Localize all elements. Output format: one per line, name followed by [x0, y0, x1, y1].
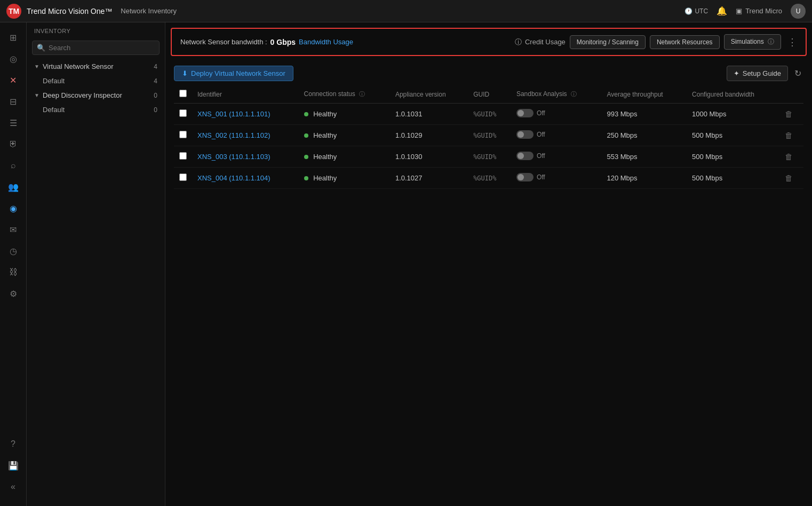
search-box[interactable]: 🔍 — [32, 41, 160, 55]
icon-sidebar: ⊞ ◎ ✕ ⊟ ☰ ⛨ ⌕ 👥 ◉ ✉ ◷ ⛓ ⚙ ? 💾 « — [0, 22, 27, 506]
toggle-label-0: Off — [537, 109, 545, 117]
network-resources-btn[interactable]: Network Resources — [650, 35, 720, 49]
sidebar-item-grid[interactable]: ⊟ — [4, 92, 23, 111]
sidebar-item-people[interactable]: 👥 — [4, 177, 23, 196]
toggle-track-3[interactable] — [516, 173, 534, 181]
table-row: XNS_004 (110.1.1.104) Healthy 1.0.1027 %… — [174, 168, 803, 189]
banner-right: ⓘ Credit Usage Monitoring / Scanning Net… — [515, 34, 797, 50]
sidebar-item-list[interactable]: ☰ — [4, 113, 23, 132]
tree-item-ddi[interactable]: ▼ Deep Discovery Inspector 0 — [27, 88, 165, 102]
row-sandbox-1[interactable]: Off — [511, 125, 602, 146]
toolbar: ⬇ Deploy Virtual Network Sensor ✦ Setup … — [165, 61, 812, 85]
sidebar-item-shield[interactable]: ⛨ — [4, 135, 23, 154]
setup-guide-button[interactable]: ✦ Setup Guide — [727, 66, 788, 81]
sidebar-item-history[interactable]: ◷ — [4, 241, 23, 260]
more-icon[interactable]: ⋮ — [787, 36, 797, 48]
row-identifier-3[interactable]: XNS_004 (110.1.1.104) — [192, 168, 299, 189]
toggle-track-2[interactable] — [516, 152, 534, 160]
sandbox-toggle-1[interactable]: Off — [516, 130, 545, 139]
download-icon: ⬇ — [182, 69, 188, 77]
deploy-vns-button[interactable]: ⬇ Deploy Virtual Network Sensor — [174, 66, 293, 81]
row-checkbox-cell-1[interactable] — [174, 125, 192, 146]
row-delete-1[interactable]: 🗑 — [779, 125, 803, 146]
sidebar-item-link[interactable]: ⛓ — [4, 263, 23, 282]
setup-guide-label: Setup Guide — [743, 69, 781, 77]
sidebar-item-target[interactable]: ◉ — [4, 199, 23, 218]
search-input[interactable] — [49, 44, 155, 52]
row-avg-throughput-2: 553 Mbps — [601, 146, 687, 168]
refresh-button[interactable]: ↻ — [792, 66, 803, 81]
row-checkbox-cell-2[interactable] — [174, 146, 192, 168]
row-delete-0[interactable]: 🗑 — [779, 104, 803, 125]
row-identifier-0[interactable]: XNS_001 (110.1.1.101) — [192, 104, 299, 125]
row-identifier-2[interactable]: XNS_003 (110.1.1.103) — [192, 146, 299, 168]
sidebar-item-help[interactable]: ? — [4, 434, 23, 454]
sidebar-item-x[interactable]: ✕ — [4, 70, 23, 90]
toggle-track-0[interactable] — [516, 109, 534, 117]
row-checkbox-cell-3[interactable] — [174, 168, 192, 189]
table-container: Identifier Connection status ⓘ Appliance… — [165, 85, 812, 506]
row-sandbox-2[interactable]: Off — [511, 146, 602, 168]
monitoring-scanning-btn[interactable]: Monitoring / Scanning — [570, 35, 646, 49]
banner-left: Network Sensor bandwidth : 0 Gbps Bandwi… — [180, 38, 506, 46]
col-actions — [779, 85, 803, 104]
row-checkbox-3[interactable] — [179, 173, 187, 181]
bandwidth-usage-link[interactable]: Bandwidth Usage — [299, 38, 353, 46]
row-guid-2: %GUID% — [468, 146, 511, 168]
deploy-label: Deploy Virtual Network Sensor — [191, 69, 285, 77]
vns-count: 4 — [154, 63, 157, 70]
toggle-label-3: Off — [537, 173, 545, 181]
row-checkbox-cell-0[interactable] — [174, 104, 192, 125]
sidebar-expand[interactable]: « — [4, 477, 23, 496]
sidebar-item-settings[interactable]: ⚙ — [4, 284, 23, 303]
main-content: Network Sensor bandwidth : 0 Gbps Bandwi… — [165, 22, 812, 506]
inventory-header: INVENTORY — [27, 22, 165, 37]
delete-icon-1[interactable]: 🗑 — [785, 131, 793, 140]
col-appliance-version: Appliance version — [390, 85, 468, 104]
row-guid-0: %GUID% — [468, 104, 511, 125]
sandbox-toggle-0[interactable]: Off — [516, 109, 545, 117]
row-checkbox-0[interactable] — [179, 109, 187, 117]
select-all-checkbox[interactable] — [179, 90, 187, 97]
sidebar-item-globe[interactable]: ◎ — [4, 49, 23, 68]
tree-item-vns-default[interactable]: Default 4 — [27, 74, 165, 88]
row-checkbox-1[interactable] — [179, 131, 187, 138]
avatar[interactable]: U — [791, 4, 806, 19]
utc-label: UTC — [695, 7, 708, 15]
simulations-btn[interactable]: Simulations ⓘ — [724, 34, 781, 50]
sidebar-item-search[interactable]: ⌕ — [4, 156, 23, 175]
sidebar-item-mail[interactable]: ✉ — [4, 220, 23, 239]
app-logo: TM — [6, 4, 21, 19]
notification-bell[interactable]: 🔔 — [717, 6, 727, 16]
vns-label: Virtual Network Sensor — [43, 62, 154, 70]
table-row: XNS_001 (110.1.1.101) Healthy 1.0.1031 %… — [174, 104, 803, 125]
row-configured-bandwidth-3: 500 Mbps — [687, 168, 779, 189]
delete-icon-3[interactable]: 🗑 — [785, 173, 793, 183]
row-sandbox-3[interactable]: Off — [511, 168, 602, 189]
delete-icon-2[interactable]: 🗑 — [785, 152, 793, 161]
row-delete-2[interactable]: 🗑 — [779, 146, 803, 168]
sidebar-item-dashboard[interactable]: ⊞ — [4, 28, 23, 47]
row-configured-bandwidth-2: 500 Mbps — [687, 146, 779, 168]
ddi-label: Deep Discovery Inspector — [43, 91, 154, 99]
credit-label: Credit Usage — [525, 38, 566, 46]
row-sandbox-0[interactable]: Off — [511, 104, 602, 125]
col-identifier: Identifier — [192, 85, 299, 104]
row-appliance-version-0: 1.0.1031 — [390, 104, 468, 125]
delete-icon-0[interactable]: 🗑 — [785, 109, 793, 118]
sidebar-item-save[interactable]: 💾 — [4, 456, 23, 475]
row-checkbox-2[interactable] — [179, 152, 187, 160]
info-icon-sim: ⓘ — [768, 38, 774, 45]
row-identifier-1[interactable]: XNS_002 (110.1.1.102) — [192, 125, 299, 146]
toggle-track-1[interactable] — [516, 130, 534, 139]
credit-usage-btn[interactable]: ⓘ Credit Usage — [515, 37, 566, 47]
tree-item-vns[interactable]: ▼ Virtual Network Sensor 4 — [27, 59, 165, 74]
sandbox-toggle-2[interactable]: Off — [516, 152, 545, 160]
sensor-value: 0 Gbps — [270, 38, 296, 46]
select-all-header[interactable] — [174, 85, 192, 104]
sandbox-toggle-3[interactable]: Off — [516, 173, 545, 181]
vns-default-label: Default — [43, 77, 154, 85]
row-delete-3[interactable]: 🗑 — [779, 168, 803, 189]
tree-item-ddi-default[interactable]: Default 0 — [27, 102, 165, 117]
chevron-down-icon: ▼ — [34, 64, 39, 69]
